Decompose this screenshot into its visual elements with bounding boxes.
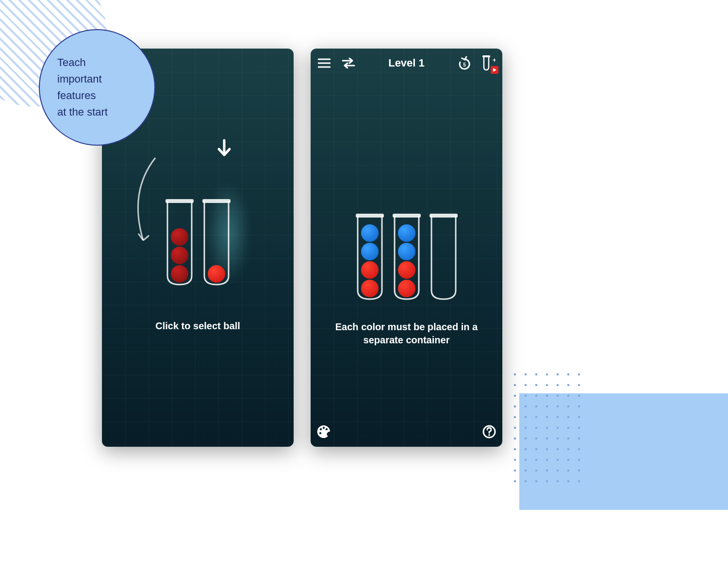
ball [361, 224, 379, 242]
tube-2-balls [202, 265, 231, 283]
instruction-text: Each color must be placed in a separate … [311, 320, 502, 347]
svg-point-14 [326, 428, 328, 430]
arrow-down-icon [216, 138, 232, 160]
svg-marker-8 [493, 68, 496, 72]
callout-line: important [57, 71, 137, 87]
callout-bubble: Teach important features at the start [39, 29, 155, 146]
tube-2[interactable] [393, 214, 421, 301]
add-tube-label: +1 [493, 56, 496, 64]
tube-1-balls [356, 224, 384, 297]
tutorial-screen-2: Level 1 5 +1 [311, 49, 502, 447]
video-ad-badge [491, 66, 498, 74]
top-bar: Level 1 5 +1 [311, 49, 502, 78]
svg-rect-9 [356, 214, 384, 218]
ball [361, 280, 379, 297]
callout-line: at the start [57, 104, 137, 120]
ball [361, 261, 379, 279]
svg-point-12 [320, 428, 322, 430]
tube-1[interactable] [356, 214, 384, 301]
svg-point-15 [319, 432, 321, 434]
tube-2-balls [393, 224, 421, 297]
shuffle-icon[interactable] [342, 56, 355, 70]
menu-icon[interactable] [317, 56, 331, 70]
ball [171, 228, 188, 246]
help-icon[interactable] [482, 424, 496, 441]
level-title: Level 1 [388, 57, 425, 69]
tube-3[interactable] [430, 214, 458, 301]
decoration-dots [510, 369, 587, 486]
ball [171, 247, 188, 264]
callout-line: Teach [57, 54, 137, 71]
svg-rect-11 [430, 214, 458, 218]
add-tube-icon[interactable]: +1 [482, 55, 496, 71]
ball [208, 265, 225, 283]
tube-2[interactable] [202, 199, 231, 286]
svg-point-13 [323, 427, 325, 429]
ball [171, 265, 188, 283]
ball [398, 280, 415, 297]
ball [398, 224, 415, 242]
svg-point-17 [488, 434, 490, 436]
curved-pointer-arrow [126, 153, 170, 250]
ball [361, 243, 379, 260]
svg-rect-7 [482, 55, 490, 57]
palette-icon[interactable] [316, 424, 331, 441]
callout-line: features [57, 87, 137, 104]
tube-row [311, 214, 502, 301]
instruction-text: Click to select ball [102, 320, 294, 332]
callout-text: Teach important features at the start [57, 54, 137, 120]
svg-rect-2 [202, 199, 231, 203]
undo-icon[interactable]: 5 [458, 56, 471, 70]
svg-text:5: 5 [463, 62, 466, 67]
svg-rect-10 [393, 214, 421, 218]
ball [398, 243, 415, 260]
ball [398, 261, 415, 279]
